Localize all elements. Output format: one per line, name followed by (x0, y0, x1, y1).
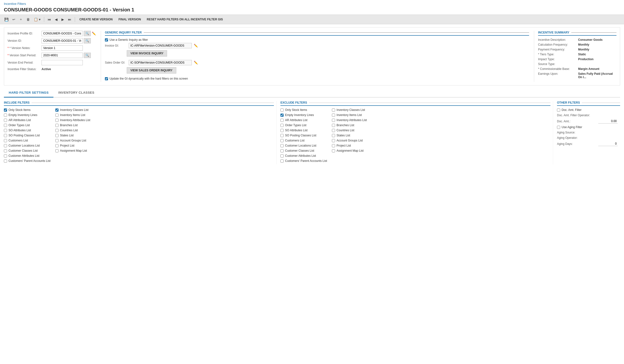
filter-checkbox[interactable] (4, 159, 7, 163)
filter-checkbox[interactable] (55, 114, 58, 117)
filter-checkbox[interactable] (55, 108, 58, 112)
nav-last-button[interactable]: ⏭ (67, 17, 73, 22)
filter-checkbox[interactable] (55, 134, 58, 137)
add-button[interactable]: ＋ (18, 16, 24, 23)
filter-checkbox[interactable] (281, 139, 284, 142)
update-gi-label[interactable]: Update the GI dynamically with the hard … (109, 77, 188, 80)
doc-amt-filter-label[interactable]: Doc. Amt. Filter (562, 108, 581, 112)
filter-label[interactable]: SO Posting Classes List (8, 134, 40, 137)
filter-checkbox[interactable] (4, 124, 7, 127)
nav-prev-button[interactable]: ◀ (53, 17, 59, 22)
nav-next-button[interactable]: ▶ (60, 17, 66, 22)
sales-order-gi-input[interactable] (129, 60, 192, 65)
version-id-search-button[interactable]: 🔍 (84, 38, 91, 44)
filter-checkbox[interactable] (55, 144, 58, 147)
view-sales-order-inquiry-button[interactable]: VIEW SALES ORDER INQUIRY (127, 67, 176, 73)
filter-checkbox[interactable] (281, 159, 284, 163)
version-start-period-search-button[interactable]: 🔍 (84, 53, 91, 58)
filter-checkbox[interactable] (281, 114, 284, 117)
copy-button[interactable]: 📋 ▾ (32, 17, 42, 22)
filter-checkbox[interactable] (4, 134, 7, 137)
filter-label[interactable]: Inventory Classes List (337, 108, 365, 112)
filter-label[interactable]: States List (60, 134, 74, 137)
filter-checkbox[interactable] (55, 119, 58, 122)
filter-checkbox[interactable] (281, 108, 284, 112)
doc-amt-filter-checkbox[interactable] (557, 108, 560, 112)
filter-checkbox[interactable] (281, 124, 284, 127)
update-gi-checkbox[interactable] (105, 77, 108, 80)
incentive-profile-id-input[interactable] (42, 31, 83, 36)
filter-checkbox[interactable] (55, 129, 58, 132)
view-invoice-inquiry-button[interactable]: VIEW INVOICE INQUIRY (127, 50, 167, 56)
tab-hard-filter-settings[interactable]: HARD FILTER SETTINGS (4, 88, 53, 97)
filter-label[interactable]: Assignment Map List (60, 149, 87, 152)
version-notes-input[interactable] (42, 45, 83, 51)
filter-checkbox[interactable] (281, 134, 284, 137)
filter-label[interactable]: Inventory Items List (337, 113, 362, 117)
filter-checkbox[interactable] (281, 149, 284, 152)
reset-hard-filters-button[interactable]: RESET HARD FILTERS ON ALL INCENTIVE FILT… (144, 17, 225, 22)
filter-label[interactable]: Account Groups List (337, 139, 363, 142)
filter-checkbox[interactable] (4, 144, 7, 147)
save-button[interactable]: 💾 (3, 17, 10, 22)
filter-label[interactable]: Customer Classes List (285, 149, 314, 152)
filter-checkbox[interactable] (4, 114, 7, 117)
filter-label[interactable]: AR Attributes List (285, 119, 307, 122)
filter-label[interactable]: Customer Locations List (8, 144, 40, 147)
filter-label[interactable]: Customer Attributes List (8, 154, 39, 157)
filter-checkbox[interactable] (332, 144, 335, 147)
filter-label[interactable]: Branches List (60, 123, 78, 127)
use-aging-filter-checkbox[interactable] (557, 126, 560, 129)
filter-label[interactable]: Countries List (60, 129, 78, 132)
invoice-gi-input[interactable] (129, 43, 192, 48)
tab-inventory-classes[interactable]: INVENTORY CLASSES (53, 88, 99, 97)
filter-label[interactable]: Order Types List (8, 123, 30, 127)
filter-label[interactable]: Empty Inventory Lines (285, 113, 314, 117)
incentive-profile-id-search-button[interactable]: 🔍 (84, 31, 91, 36)
filter-checkbox[interactable] (55, 149, 58, 152)
final-version-button[interactable]: FINAL VERSION (116, 17, 143, 22)
filter-label[interactable]: SO Attributes List (285, 129, 308, 132)
edit-icon-profile[interactable]: ✏️ (92, 31, 96, 35)
filter-label[interactable]: Inventory Classes List (60, 108, 88, 112)
filter-label[interactable]: Inventory Items List (60, 113, 85, 117)
filter-label[interactable]: Inventory Attributes List (60, 119, 90, 122)
filter-checkbox[interactable] (281, 144, 284, 147)
filter-label[interactable]: Customers' Parent Accounts List (8, 159, 51, 163)
create-new-version-button[interactable]: CREATE NEW VERSION (77, 17, 115, 22)
filter-label[interactable]: Only Stock Items (285, 108, 307, 112)
filter-label[interactable]: Account Groups List (60, 139, 86, 142)
sales-order-gi-edit-icon[interactable]: ✏️ (194, 61, 198, 65)
version-start-period-input[interactable] (42, 53, 83, 58)
filter-label[interactable]: Inventory Attributes List (337, 119, 367, 122)
filter-label[interactable]: Customers List (8, 139, 28, 142)
aging-days-input[interactable] (598, 142, 618, 146)
filter-checkbox[interactable] (332, 124, 335, 127)
filter-label[interactable]: Customers' Parent Accounts List (285, 159, 327, 163)
version-id-input[interactable] (42, 38, 83, 44)
filter-label[interactable]: Project List (60, 144, 74, 147)
filter-checkbox[interactable] (4, 149, 7, 152)
filter-checkbox[interactable] (4, 119, 7, 122)
filter-checkbox[interactable] (55, 139, 58, 142)
doc-amt-input[interactable] (598, 119, 618, 123)
filter-checkbox[interactable] (332, 119, 335, 122)
use-generic-label[interactable]: Use a Generic Inquiry as filter (109, 38, 148, 42)
filter-label[interactable]: Customer Attributes List (285, 154, 316, 157)
filter-checkbox[interactable] (332, 139, 335, 142)
filter-checkbox[interactable] (4, 108, 7, 112)
delete-button[interactable]: 🗑 (25, 17, 31, 22)
filter-label[interactable]: Order Types List (285, 123, 306, 127)
filter-label[interactable]: SO Posting Classes List (285, 134, 316, 137)
filter-label[interactable]: SO Attributes List (8, 129, 31, 132)
filter-label[interactable]: Customers List (285, 139, 305, 142)
filter-label[interactable]: Project List (337, 144, 351, 147)
use-aging-filter-label[interactable]: Use Aging Filter (562, 125, 582, 129)
version-end-period-input[interactable] (42, 60, 83, 65)
filter-label[interactable]: States List (337, 134, 350, 137)
filter-label[interactable]: Customer Locations List (285, 144, 316, 147)
filter-label[interactable]: Assignment Map List (337, 149, 364, 152)
filter-label[interactable]: Only Stock Items (8, 108, 31, 112)
filter-label[interactable]: Countries List (337, 129, 354, 132)
filter-checkbox[interactable] (4, 129, 7, 132)
